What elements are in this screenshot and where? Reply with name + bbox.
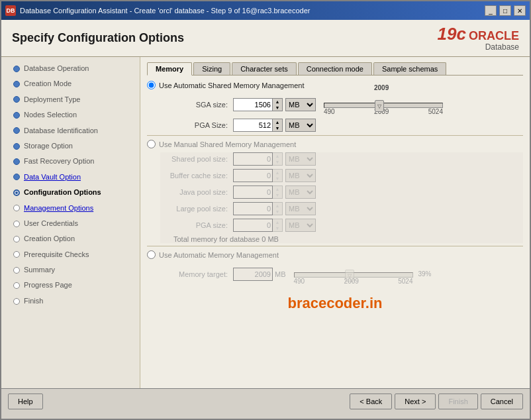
oracle-brand: ORACLE [469,30,519,42]
amm-slider-track: ▽ [294,272,413,278]
sidebar-item-configuration-options[interactable]: Configuration Options [1,185,140,200]
manual-pga-unit: MB [285,219,316,232]
amm-slider-group: ▽ 490 2009 5024 39% [294,263,432,285]
sga-input-group: ▲ ▼ MBGB [233,98,316,111]
memory-target-row: Memory target: MB ▽ [160,263,523,285]
page-title: Specify Configuration Options [12,31,184,45]
back-button[interactable]: < Back [350,394,392,409]
sidebar-item-creation-option: Creation Option [1,231,140,246]
help-button[interactable]: Help [8,394,43,409]
tab-sizing[interactable]: Sizing [193,62,230,75]
automatic-memory-section: Use Automatic Memory Management Memory t… [147,250,523,285]
oracle-logo: 19c ORACLE Database [438,25,519,52]
automatic-shared-form: SGA size: ▲ ▼ MBGB [160,93,523,132]
close-button[interactable]: ✕ [514,5,526,16]
tab-sample-schemas[interactable]: Sample schemas [373,62,446,75]
footer-nav-buttons: < Back Next > Finish Cancel [350,394,523,409]
amm-slider-wrapper: ▽ 490 2009 5024 [294,263,413,285]
sga-input[interactable] [233,98,273,111]
divider-2 [147,246,523,246]
sga-slider-track[interactable]: ▽ [324,103,443,108]
amm-percentage: 39% [418,270,432,278]
tab-character-sets[interactable]: Character sets [232,62,297,75]
shared-pool-spinner: ▲▼ [273,152,283,166]
app-icon: DB [5,5,16,16]
sidebar-dot [13,236,20,242]
large-pool-unit: MB [285,202,316,215]
sidebar-dot [13,267,20,274]
large-pool-row: Large pool size: ▲▼ MB [160,202,523,215]
sga-slider-thumb[interactable]: ▽ [375,100,384,112]
sidebar-item-summary: Summary [1,262,140,278]
manual-pga-input [233,219,273,232]
sga-spinner[interactable]: ▲ ▼ [273,98,283,111]
pga-input-group: ▲ ▼ MBGB [233,119,316,132]
sga-slider-wrapper: 2009 ▽ 490 2009 5024 [324,93,443,115]
sga-up-arrow[interactable]: ▲ [273,99,282,105]
sidebar-item-creation-mode: Creation Mode [1,76,140,91]
shared-pool-input-group: ▲▼ MB [233,152,316,166]
tabs-bar: Memory Sizing Character sets Connection … [147,62,523,76]
pga-down-arrow[interactable]: ▼ [273,125,282,131]
buffer-cache-unit: MB [285,169,316,182]
java-pool-spinner: ▲▼ [273,185,283,199]
maximize-button[interactable]: □ [499,5,511,16]
sga-unit-select[interactable]: MBGB [285,98,316,111]
large-pool-label: Large pool size: [160,205,233,213]
large-pool-input [233,202,273,215]
minimize-button[interactable]: _ [485,5,497,16]
page-header: Specify Configuration Options 19c ORACLE… [1,20,530,57]
memory-target-input [233,268,273,281]
sidebar-item-progress-page: Progress Page [1,278,140,293]
tab-memory[interactable]: Memory [147,62,192,76]
java-pool-unit: MB [285,185,316,199]
sidebar-item-deployment-type: Deployment Type [1,92,140,107]
sidebar-dot [13,127,20,134]
sga-down-arrow[interactable]: ▼ [273,105,282,111]
pga-row: PGA Size: ▲ ▼ MBGB [160,119,523,132]
tab-connection-mode[interactable]: Connection mode [298,62,372,75]
large-pool-input-group: ▲▼ MB [233,202,316,215]
manual-shared-form: Shared pool size: ▲▼ MB Buffer cache siz… [160,152,523,243]
next-button[interactable]: Next > [395,394,436,409]
manual-pga-row: PGA size: ▲▼ MB [160,219,523,232]
radio-automatic-memory[interactable] [147,250,156,259]
sidebar-item-nodes-selection: Nodes Selection [1,107,140,123]
sga-row: SGA size: ▲ ▼ MBGB [160,93,523,115]
buffer-cache-input-group: ▲▼ MB [233,169,316,182]
java-pool-label: Java pool size: [160,188,233,196]
pga-unit-select[interactable]: MBGB [285,119,316,132]
radio-manual-shared-row: Use Manual Shared Memory Management [147,140,523,148]
sidebar-dot [13,112,20,119]
sga-label: SGA size: [160,101,233,109]
radio-automatic-shared-row: Use Automatic Shared Memory Management [147,81,523,89]
amm-slider-thumb: ▽ [345,270,354,282]
sidebar-item-user-credentials: User Credentials [1,216,140,231]
sidebar-item-data-vault[interactable]: Data Vault Option [1,170,140,185]
sidebar-item-storage-option: Storage Option [1,138,140,154]
pga-up-arrow[interactable]: ▲ [273,119,282,125]
sidebar-item-prerequisite-checks: Prerequisite Checks [1,247,140,262]
sidebar-dot [13,158,20,165]
automatic-memory-form: Memory target: MB ▽ [160,263,523,285]
radio-manual-shared[interactable] [147,140,156,148]
pga-input[interactable] [233,119,273,132]
radio-automatic-shared[interactable] [147,81,156,89]
manual-pga-input-group: ▲▼ MB [233,219,316,232]
total-memory-label: Total memory for database 0 MB [173,235,523,243]
buffer-cache-label: Buffer cache size: [160,172,233,180]
pga-spinner[interactable]: ▲ ▼ [273,119,283,132]
watermark: bracecoder.in [147,288,523,315]
sidebar-dot [13,96,20,103]
large-pool-spinner: ▲▼ [273,202,283,215]
content-panel: Memory Sizing Character sets Connection … [140,57,530,388]
footer: Help < Back Next > Finish Cancel [1,388,530,413]
buffer-cache-spinner: ▲▼ [273,169,283,182]
shared-pool-label: Shared pool size: [160,155,233,163]
finish-button[interactable]: Finish [438,394,477,409]
cancel-button[interactable]: Cancel [481,394,523,409]
divider-1 [147,135,523,136]
sga-slider-group: 2009 ▽ 490 2009 5024 [324,93,443,115]
oracle-version: 19c [438,25,466,42]
sidebar-item-management-options[interactable]: Management Options [1,201,140,216]
